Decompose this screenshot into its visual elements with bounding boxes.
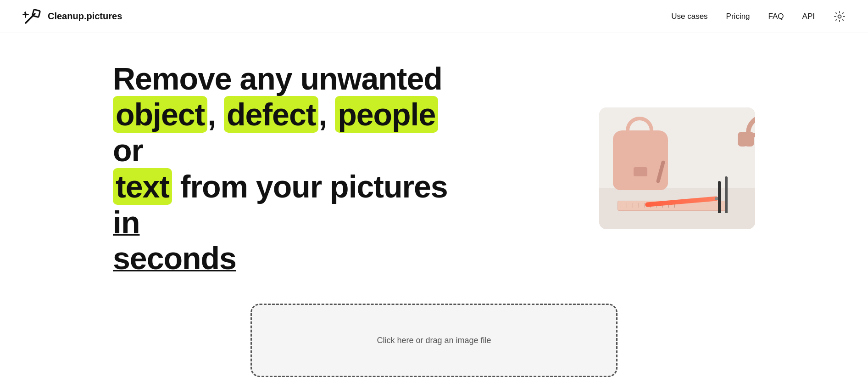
text-from: from your pictures [180,169,448,204]
nav-pricing[interactable]: Pricing [726,12,750,21]
logo-icon [22,6,42,27]
scene [599,107,755,229]
hp-ear-right [738,132,748,147]
highlight-object: object [113,96,207,133]
pencil-2 [718,181,721,213]
svg-rect-1 [32,9,40,17]
ruler-mark [639,203,639,208]
nav-api[interactable]: API [802,12,815,21]
nav-faq[interactable]: FAQ [768,12,784,21]
hero-title: Remove any unwanted object, defect, peop… [113,61,462,276]
nav: Use cases Pricing FAQ API [671,10,846,23]
nav-use-cases[interactable]: Use cases [671,12,707,21]
ruler-mark [633,203,633,208]
ruler-mark [627,203,627,208]
main: Remove any unwanted object, defect, peop… [0,33,868,389]
header: Cleanup.pictures Use cases Pricing FAQ A… [0,0,868,33]
settings-icon[interactable] [833,10,846,23]
ruler-mark [621,203,621,208]
highlight-defect: defect [224,96,318,133]
highlight-text: text [113,168,172,205]
logo[interactable]: Cleanup.pictures [22,6,122,27]
underline-in: in [113,205,139,240]
pencil-1 [725,176,728,213]
highlight-people: people [335,96,438,133]
hero-section: Remove any unwanted object, defect, peop… [113,61,755,276]
underline-seconds: seconds [113,241,236,276]
bag-object [613,117,673,190]
logo-text: Cleanup.pictures [48,11,122,22]
drop-zone-wrapper: Click here or drag an image file [250,304,618,377]
text-or: or [113,133,143,168]
hero-image [599,107,755,229]
comma1: , [207,97,216,132]
drop-zone[interactable]: Click here or drag an image file [250,304,618,377]
drop-zone-label: Click here or drag an image file [377,336,491,345]
hero-text: Remove any unwanted object, defect, peop… [113,61,462,276]
title-line1: Remove any unwanted [113,61,442,96]
bag-detail [634,167,647,176]
comma2: , [318,97,327,132]
svg-point-5 [838,15,841,18]
